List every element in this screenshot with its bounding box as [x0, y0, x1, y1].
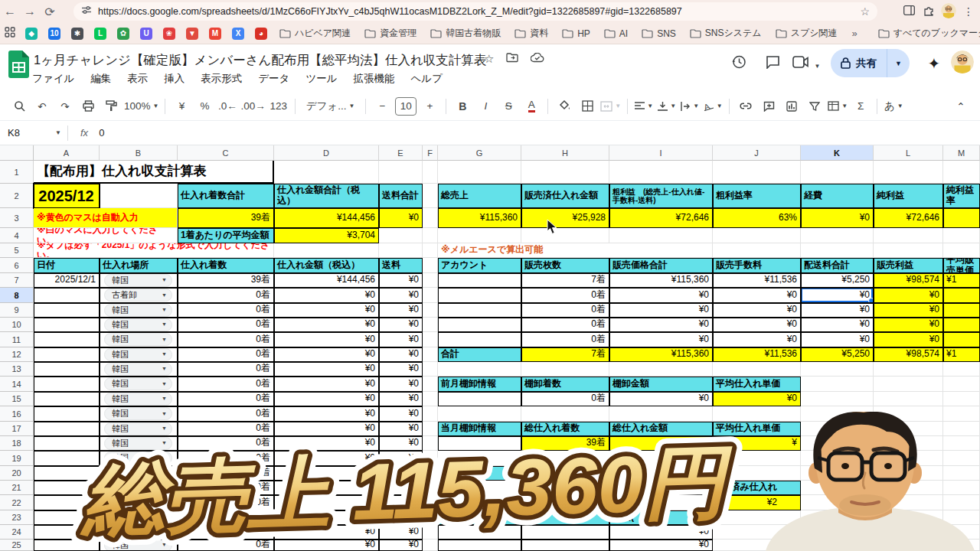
site-settings-icon[interactable]: [81, 5, 92, 18]
cell-K2[interactable]: 経費: [801, 184, 874, 208]
place-dropdown-B9[interactable]: 韓国▼: [100, 303, 178, 318]
cell-H2[interactable]: 販売済仕入れ金額: [521, 184, 609, 208]
cell-D22[interactable]: ¥0: [274, 495, 379, 510]
menu-item[interactable]: 表示: [127, 72, 148, 86]
cell-G20[interactable]: タ: [438, 466, 609, 481]
menu-item[interactable]: ツール: [305, 72, 337, 86]
cell-B6[interactable]: 仕入れ場所: [100, 258, 178, 273]
menu-item[interactable]: ヘルプ: [411, 72, 443, 86]
row-header-5[interactable]: 5: [0, 243, 34, 258]
forward-button[interactable]: →: [20, 3, 40, 20]
cell-C20[interactable]: 0着: [178, 466, 274, 481]
cell-A24[interactable]: [34, 525, 100, 540]
cell-I15[interactable]: ¥0: [609, 392, 713, 406]
cell-F17[interactable]: [423, 422, 438, 436]
cell-G1[interactable]: [438, 161, 521, 184]
row-header-2[interactable]: 2: [0, 184, 34, 208]
place-dropdown-B22[interactable]: 韓国▼: [100, 495, 178, 510]
cell-G11[interactable]: [438, 332, 521, 347]
column-header-A[interactable]: A: [34, 145, 100, 161]
column-header-K[interactable]: K: [801, 145, 874, 161]
menu-item[interactable]: 編集: [90, 72, 111, 86]
cell-H25[interactable]: [521, 540, 609, 551]
cell-D23[interactable]: ¥0: [274, 510, 379, 525]
cell-D1[interactable]: [274, 161, 379, 184]
row-header-1[interactable]: 1: [0, 161, 34, 184]
bookmarks-overflow-chevron[interactable]: »: [851, 28, 857, 39]
cell-J14[interactable]: 平均仕入れ単価: [713, 377, 801, 392]
cell-H10[interactable]: 0着: [521, 318, 609, 332]
bookmark-folder[interactable]: HP: [562, 28, 590, 39]
place-dropdown-B16[interactable]: 韓国▼: [100, 406, 178, 422]
cell-A16[interactable]: [34, 406, 100, 422]
row-header-4[interactable]: 4: [0, 228, 34, 243]
cell-F4[interactable]: [423, 228, 438, 243]
cell-D13[interactable]: ¥0: [274, 362, 379, 377]
search-menus-icon[interactable]: [9, 96, 29, 116]
cell-F5[interactable]: [423, 243, 438, 258]
back-button[interactable]: ←: [0, 3, 20, 20]
menu-item[interactable]: 拡張機能: [354, 72, 395, 86]
insert-chart-icon[interactable]: [782, 96, 802, 116]
cell-A13[interactable]: [34, 362, 100, 377]
row-header-15[interactable]: 15: [0, 392, 34, 406]
dropdown-pill[interactable]: 韓国▼: [104, 333, 172, 346]
insert-comment-icon[interactable]: [759, 96, 779, 116]
cell-A7[interactable]: 2025/12/1: [34, 273, 100, 288]
petals-icon[interactable]: ❀: [163, 28, 175, 40]
cell-C7[interactable]: 39着: [178, 273, 274, 288]
functions-icon[interactable]: Σ: [851, 96, 871, 116]
cell-D3[interactable]: ¥144,456: [274, 208, 379, 228]
cell-K5[interactable]: [801, 243, 874, 258]
cell-A1[interactable]: 【配布用】仕入れ収支計算表: [34, 161, 274, 184]
cell-A25[interactable]: [34, 540, 100, 551]
cell-I13[interactable]: [609, 362, 713, 377]
cell-A9[interactable]: [34, 303, 100, 318]
place-dropdown-B11[interactable]: 韓国▼: [100, 332, 178, 347]
strikethrough-button[interactable]: S: [498, 96, 518, 116]
cell-F13[interactable]: [423, 362, 438, 377]
cell-A22[interactable]: [34, 495, 100, 510]
dropdown-pill[interactable]: 韓国▼: [104, 304, 172, 317]
cell-G4[interactable]: [438, 228, 521, 243]
cell-D6[interactable]: 仕入れ金額（税込）: [274, 258, 379, 273]
bookmark-folder[interactable]: SNSシステム: [690, 27, 762, 40]
cell-G14[interactable]: 前月棚卸情報: [438, 377, 521, 392]
cell-H3[interactable]: ¥25,928: [521, 208, 609, 228]
menu-item[interactable]: ファイル: [32, 72, 74, 86]
place-dropdown-B10[interactable]: 韓国▼: [100, 318, 178, 332]
row-header-13[interactable]: 13: [0, 362, 34, 377]
cell-E2[interactable]: 送料合計: [379, 184, 423, 208]
cell-H11[interactable]: 0着: [521, 332, 609, 347]
dropdown-pill[interactable]: 韓国▼: [104, 393, 172, 406]
increase-decimals-button[interactable]: .00→: [240, 96, 265, 116]
row-header-8[interactable]: 8: [0, 288, 34, 303]
cell-C8[interactable]: 0着: [178, 288, 274, 303]
cell-H17[interactable]: 総仕入れ着数: [521, 422, 609, 436]
cell-E14[interactable]: ¥0: [379, 377, 423, 392]
cell-J4[interactable]: [713, 228, 801, 243]
cell-L12[interactable]: ¥98,574: [874, 347, 943, 362]
column-header-F[interactable]: F: [423, 145, 438, 161]
place-dropdown-B8[interactable]: 古着卸▼: [100, 288, 178, 303]
cell-M15[interactable]: [943, 392, 980, 406]
cell-F14[interactable]: [423, 377, 438, 392]
place-dropdown-B12[interactable]: 韓国▼: [100, 347, 178, 362]
cell-H21[interactable]: [521, 481, 609, 495]
cell-F6[interactable]: [423, 258, 438, 273]
row-header-25[interactable]: 25: [0, 540, 34, 551]
cell-C17[interactable]: 0着: [178, 422, 274, 436]
cell-A15[interactable]: [34, 392, 100, 406]
cell-G13[interactable]: [438, 362, 521, 377]
decrease-decimals-button[interactable]: .0←: [217, 96, 237, 116]
cell-I18[interactable]: ¥144,456: [609, 436, 713, 451]
cell-G18[interactable]: [438, 436, 521, 451]
place-dropdown-B23[interactable]: 韓国▼: [100, 510, 178, 525]
dropdown-pill[interactable]: 韓国▼: [104, 511, 172, 524]
collapse-toolbar-icon[interactable]: ⌃: [951, 96, 971, 116]
cell-H4[interactable]: [521, 228, 609, 243]
move-folder-icon[interactable]: [506, 52, 518, 66]
cell-D25[interactable]: ¥0: [274, 540, 379, 551]
cell-M7[interactable]: ¥1: [943, 273, 980, 288]
cell-H9[interactable]: 0着: [521, 303, 609, 318]
